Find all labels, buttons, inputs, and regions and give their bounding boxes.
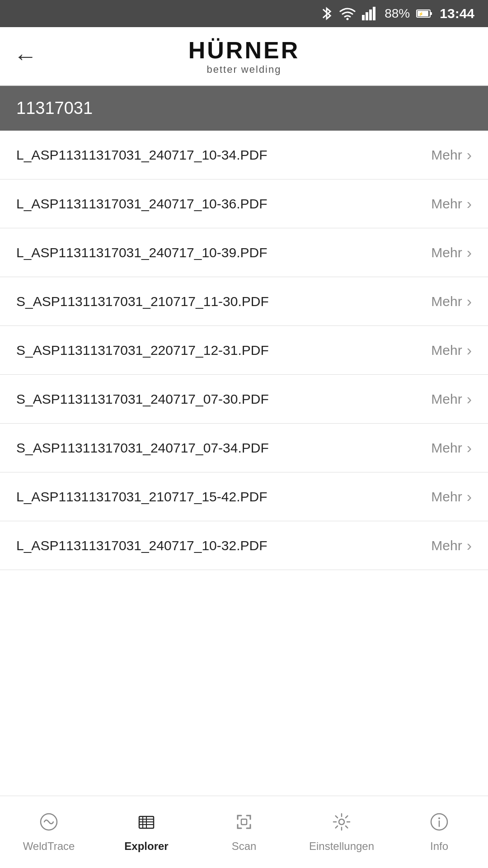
nav-item-scan[interactable]: Scan xyxy=(195,812,293,853)
mehr-label: Mehr xyxy=(431,392,462,407)
scan-label: Scan xyxy=(232,840,257,853)
file-action[interactable]: Mehr › xyxy=(431,341,472,359)
svg-rect-1 xyxy=(362,15,365,20)
file-name: L_ASP11311317031_210717_15-42.PDF xyxy=(16,489,267,505)
file-name: S_ASP11311317031_240717_07-30.PDF xyxy=(16,392,269,407)
mehr-label: Mehr xyxy=(431,294,462,309)
mehr-label: Mehr xyxy=(431,440,462,456)
svg-point-0 xyxy=(347,18,349,20)
weldtrace-label: WeldTrace xyxy=(23,840,75,853)
file-item[interactable]: L_ASP11311317031_210717_15-42.PDF Mehr › xyxy=(0,472,488,521)
nav-item-einstellungen[interactable]: Einstellungen xyxy=(293,812,390,853)
file-action[interactable]: Mehr › xyxy=(431,488,472,505)
file-item[interactable]: S_ASP11311317031_240717_07-34.PDF Mehr › xyxy=(0,424,488,472)
info-label: Info xyxy=(430,840,448,853)
bluetooth-icon xyxy=(320,5,333,22)
einstellungen-label: Einstellungen xyxy=(309,840,374,853)
app-header: ← HÜRNER better welding xyxy=(0,27,488,86)
wifi-icon xyxy=(339,7,356,20)
bottom-nav: WeldTrace Explorer Scan Einstellungen xyxy=(0,796,488,868)
file-list: L_ASP11311317031_240717_10-34.PDF Mehr ›… xyxy=(0,131,488,796)
chevron-right-icon: › xyxy=(467,146,472,164)
mehr-label: Mehr xyxy=(431,147,462,163)
signal-icon xyxy=(362,7,378,20)
svg-text:⚡: ⚡ xyxy=(418,11,424,17)
explorer-icon xyxy=(136,812,156,836)
scan-icon xyxy=(234,812,254,836)
mehr-label: Mehr xyxy=(431,245,462,260)
chevron-right-icon: › xyxy=(467,195,472,212)
file-name: L_ASP11311317031_240717_10-32.PDF xyxy=(16,538,267,553)
file-name: L_ASP11311317031_240717_10-36.PDF xyxy=(16,196,267,212)
chevron-right-icon: › xyxy=(467,292,472,310)
svg-rect-6 xyxy=(430,12,432,15)
chevron-right-icon: › xyxy=(467,390,472,408)
svg-point-17 xyxy=(339,819,344,825)
battery-icon: ⚡ xyxy=(416,9,432,19)
back-button[interactable]: ← xyxy=(14,44,37,68)
status-icons: 88% ⚡ xyxy=(320,5,432,22)
explorer-label: Explorer xyxy=(124,840,168,853)
chevron-right-icon: › xyxy=(467,341,472,359)
mehr-label: Mehr xyxy=(431,196,462,212)
section-id: 11317031 xyxy=(16,99,93,118)
file-item[interactable]: S_ASP11311317031_210717_11-30.PDF Mehr › xyxy=(0,277,488,326)
file-name: S_ASP11311317031_210717_11-30.PDF xyxy=(16,294,269,309)
file-item[interactable]: S_ASP11311317031_220717_12-31.PDF Mehr › xyxy=(0,326,488,375)
brand-tagline: better welding xyxy=(188,64,300,75)
nav-item-explorer[interactable]: Explorer xyxy=(98,812,195,853)
file-action[interactable]: Mehr › xyxy=(431,244,472,261)
file-action[interactable]: Mehr › xyxy=(431,390,472,408)
file-name: S_ASP11311317031_240717_07-34.PDF xyxy=(16,440,269,456)
file-action[interactable]: Mehr › xyxy=(431,292,472,310)
status-bar: 88% ⚡ 13:44 xyxy=(0,0,488,27)
file-item[interactable]: L_ASP11311317031_240717_10-32.PDF Mehr › xyxy=(0,521,488,570)
nav-item-info[interactable]: Info xyxy=(390,812,488,853)
battery-level: 88% xyxy=(385,6,410,21)
chevron-right-icon: › xyxy=(467,244,472,261)
file-action[interactable]: Mehr › xyxy=(431,195,472,212)
file-item[interactable]: S_ASP11311317031_240717_07-30.PDF Mehr › xyxy=(0,375,488,424)
chevron-right-icon: › xyxy=(467,439,472,457)
app-logo: HÜRNER better welding xyxy=(188,37,300,75)
info-icon xyxy=(429,812,449,836)
section-header: 11317031 xyxy=(0,86,488,131)
file-name: S_ASP11311317031_220717_12-31.PDF xyxy=(16,343,269,358)
svg-rect-16 xyxy=(241,819,247,825)
file-item[interactable]: L_ASP11311317031_240717_10-34.PDF Mehr › xyxy=(0,131,488,179)
status-time: 13:44 xyxy=(440,6,474,21)
nav-item-weldtrace[interactable]: WeldTrace xyxy=(0,812,98,853)
chevron-right-icon: › xyxy=(467,488,472,505)
mehr-label: Mehr xyxy=(431,489,462,505)
file-action[interactable]: Mehr › xyxy=(431,537,472,554)
svg-rect-4 xyxy=(373,7,375,20)
file-action[interactable]: Mehr › xyxy=(431,439,472,457)
brand-name: HÜRNER xyxy=(188,37,300,64)
file-item[interactable]: L_ASP11311317031_240717_10-36.PDF Mehr › xyxy=(0,179,488,228)
weldtrace-icon xyxy=(39,812,59,836)
mehr-label: Mehr xyxy=(431,343,462,358)
einstellungen-icon xyxy=(332,812,352,836)
file-name: L_ASP11311317031_240717_10-39.PDF xyxy=(16,245,267,260)
svg-rect-3 xyxy=(369,9,372,20)
file-action[interactable]: Mehr › xyxy=(431,146,472,164)
chevron-right-icon: › xyxy=(467,537,472,554)
file-item[interactable]: L_ASP11311317031_240717_10-39.PDF Mehr › xyxy=(0,228,488,277)
mehr-label: Mehr xyxy=(431,538,462,553)
svg-point-19 xyxy=(438,817,440,819)
svg-rect-2 xyxy=(366,12,368,20)
file-name: L_ASP11311317031_240717_10-34.PDF xyxy=(16,147,267,163)
